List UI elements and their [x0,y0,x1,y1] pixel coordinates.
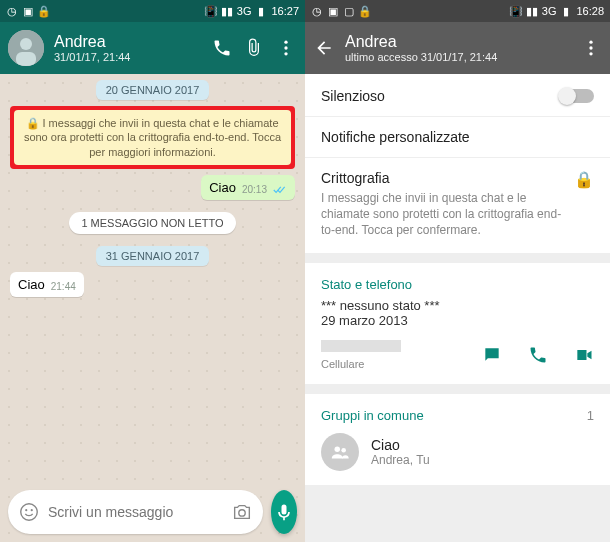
date-chip: 31 GENNAIO 2017 [96,246,210,266]
encryption-text: I messaggi che invii in questa chat e le… [24,117,281,158]
read-ticks-icon [273,185,287,195]
mute-label: Silenzioso [321,88,385,104]
last-seen: ultimo accesso 31/01/17, 21:44 [345,51,570,63]
divider [305,116,610,117]
unread-chip: 1 MESSAGGIO NON LETTO [69,212,235,234]
lock-icon: 🔒 [26,117,40,129]
svg-rect-2 [16,52,36,66]
date-chip: 20 GENNAIO 2017 [96,80,210,100]
groups-count: 1 [587,408,594,423]
notification-icon: ▣ [327,5,339,17]
status-text: *** nessuno stato *** [321,298,594,313]
header-title-block: Andrea ultimo accesso 31/01/17, 21:44 [345,33,570,63]
chat-screen: ◷ ▣ 🔒 📳 ▮▮ 3G ▮ 16:27 Andrea 31/01/17, 2… [0,0,305,542]
groups-card: Gruppi in comune 1 Ciao Andrea, Tu [305,394,610,485]
message-outgoing[interactable]: Ciao 20:13 [201,175,295,200]
contact-subtitle: 31/01/17, 21:44 [54,51,201,63]
encryption-body: I messaggi che invii in questa chat e le… [321,190,564,239]
contact-info-screen: ◷ ▣ ▢ 🔒 📳 ▮▮ 3G ▮ 16:28 Andrea ultimo ac… [305,0,610,542]
call-icon[interactable] [528,345,548,365]
notifications-card: Silenzioso Notifiche personalizzate Crit… [305,74,610,253]
svg-point-13 [335,446,341,452]
clock: 16:27 [271,5,299,17]
group-row[interactable]: Ciao Andrea, Tu [321,433,594,471]
message-incoming[interactable]: Ciao 21:44 [10,272,84,297]
group-avatar [321,433,359,471]
whatsapp-status-icon: ◷ [311,5,323,17]
custom-notifications-row[interactable]: Notifiche personalizzate [321,129,594,145]
vibrate-icon: 📳 [205,5,217,17]
signal-icon: ▮▮ [221,5,233,17]
divider [305,157,610,158]
message-icon[interactable] [482,345,502,365]
emoji-icon[interactable] [18,501,40,523]
more-icon[interactable] [275,37,297,59]
mute-toggle[interactable] [560,89,594,103]
battery-icon: ▮ [560,5,572,17]
svg-point-9 [239,510,245,516]
encryption-row[interactable]: Crittografia I messaggi che invii in que… [321,170,594,239]
status-section-header: Stato e telefono [321,277,594,292]
contact-name: Andrea [54,33,201,51]
clock: 16:28 [576,5,604,17]
back-icon[interactable] [313,37,335,59]
message-time: 20:13 [242,184,267,195]
svg-point-1 [20,38,32,50]
svg-point-14 [341,447,346,452]
phone-number-redacted [321,340,401,352]
phone-row: Cellulare [321,340,594,370]
phone-actions [482,345,594,365]
input-pill[interactable] [8,490,263,534]
video-icon[interactable] [574,345,594,365]
message-time: 21:44 [51,281,76,292]
vibrate-icon: 📳 [510,5,522,17]
mute-row[interactable]: Silenzioso [321,88,594,104]
more-icon[interactable] [580,37,602,59]
svg-point-3 [284,41,287,44]
info-header: Andrea ultimo accesso 31/01/17, 21:44 [305,22,610,74]
lock-icon: 🔒 [38,5,50,17]
chat-header[interactable]: Andrea 31/01/17, 21:44 [0,22,305,74]
message-input[interactable] [48,504,223,520]
encryption-highlight: 🔒I messaggi che invii in questa chat e l… [10,106,295,169]
call-icon[interactable] [211,37,233,59]
contact-avatar[interactable] [8,30,44,66]
status-date: 29 marzo 2013 [321,313,594,328]
notification-icon: ▣ [22,5,34,17]
mic-button[interactable] [271,490,297,534]
network-label: 3G [237,5,252,17]
svg-point-8 [31,509,33,511]
signal-icon: ▮▮ [526,5,538,17]
encryption-title: Crittografia [321,170,564,186]
group-name: Ciao [371,437,430,453]
status-phone-card: Stato e telefono *** nessuno stato *** 2… [305,263,610,384]
header-title-block[interactable]: Andrea 31/01/17, 21:44 [54,33,201,63]
camera-icon[interactable] [231,501,253,523]
status-bar: ◷ ▣ 🔒 📳 ▮▮ 3G ▮ 16:27 [0,0,305,22]
message-text: Ciao [209,180,236,195]
chat-body: 20 GENNAIO 2017 🔒I messaggi che invii in… [0,74,305,542]
info-body: Silenzioso Notifiche personalizzate Crit… [305,74,610,542]
group-members: Andrea, Tu [371,453,430,467]
svg-point-6 [21,504,38,521]
battery-icon: ▮ [255,5,267,17]
svg-point-12 [589,52,592,55]
svg-point-4 [284,46,287,49]
group-meta: Ciao Andrea, Tu [371,437,430,467]
svg-point-7 [25,509,27,511]
message-text: Ciao [18,277,45,292]
phone-number-block[interactable]: Cellulare [321,340,462,370]
lock-icon: 🔒 [574,170,594,189]
composer [8,490,297,534]
lock-icon: 🔒 [359,5,371,17]
phone-type-label: Cellulare [321,358,462,370]
custom-notifications-label: Notifiche personalizzate [321,129,470,145]
encryption-banner[interactable]: 🔒I messaggi che invii in questa chat e l… [14,110,291,165]
screenshot-icon: ▢ [343,5,355,17]
svg-point-11 [589,46,592,49]
attach-icon[interactable] [243,37,265,59]
svg-point-10 [589,41,592,44]
whatsapp-status-icon: ◷ [6,5,18,17]
network-label: 3G [542,5,557,17]
groups-section-header: Gruppi in comune [321,408,424,423]
